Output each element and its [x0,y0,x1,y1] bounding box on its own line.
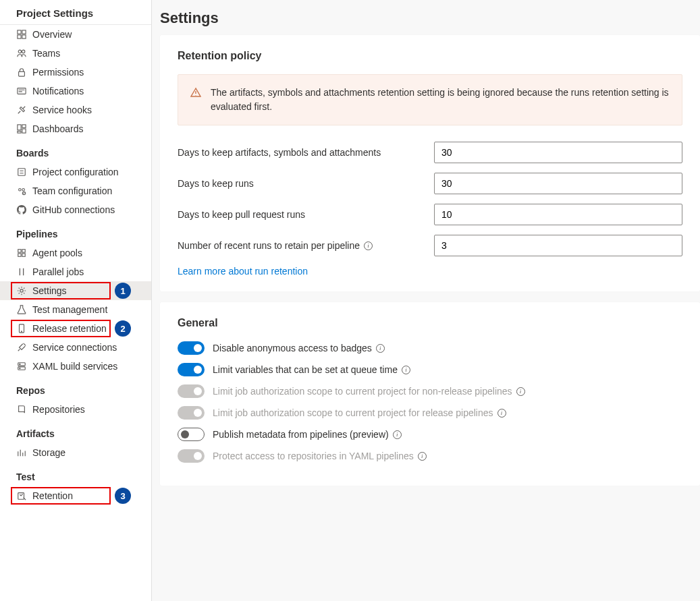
sidebar-item-teams[interactable]: Teams [0,44,151,63]
sidebar-item-team-config[interactable]: Team configuration [0,181,151,200]
toggle-label: Limit job authorization scope to current… [213,407,506,418]
sidebar-item-label: Release retention [32,323,107,334]
info-icon[interactable]: i [393,430,402,439]
sidebar-item-label: Teams [32,48,60,59]
recent-runs-input[interactable] [434,235,682,256]
sidebar-item-label: GitHub connections [32,204,115,215]
retention-card: Retention policy The artifacts, symbols … [160,35,700,291]
dashboard-icon [16,123,27,134]
info-icon[interactable]: i [497,409,506,418]
info-icon[interactable]: i [418,452,427,461]
sidebar-item-test-management[interactable]: Test management [0,300,151,319]
sidebar-item-label: Overview [32,29,72,40]
sidebar-item-notifications[interactable]: Notifications [0,82,151,101]
section-header-pipelines: Pipelines [0,219,151,244]
storage-icon [16,447,27,458]
toggle-label: Disable anonymous access to badges i [213,343,385,353]
sidebar-item-github[interactable]: GitHub connections [0,200,151,219]
svg-rect-9 [22,125,26,127]
sidebar-item-label: Team configuration [32,185,112,196]
toggle-label-text: Limit job authorization scope to current… [213,386,512,397]
toggle-label-text: Publish metadata from pipelines (preview… [213,429,389,440]
sidebar-item-dashboards[interactable]: Dashboards [0,119,151,138]
svg-rect-7 [18,88,26,94]
recent-runs-label-text: Number of recent runs to retain per pipe… [178,240,360,251]
sidebar-item-label: Storage [32,447,65,458]
section-header-artifacts: Artifacts [0,419,151,443]
pr-runs-label: Days to keep pull request runs [178,209,421,220]
toggle-label-text: Protect access to repositories in YAML p… [213,451,414,461]
sidebar-item-permissions[interactable]: Permissions [0,63,151,82]
team-config-icon [16,185,27,196]
toggle-limit-vars[interactable] [178,363,205,376]
lock-icon [16,67,27,78]
github-icon [16,204,27,215]
toggle-protect-repos [178,449,205,463]
svg-rect-6 [19,71,25,76]
svg-rect-0 [18,30,21,34]
sidebar-item-storage[interactable]: Storage [0,443,151,462]
svg-point-4 [18,50,21,53]
retention-title: Retention policy [178,50,682,62]
sidebar-item-label: Service hooks [32,105,92,115]
sidebar-item-parallel-jobs[interactable]: Parallel jobs [0,262,151,281]
sidebar-item-label: Agent pools [32,248,82,258]
sidebar-item-label: Test management [32,304,107,315]
retention-alert: The artifacts, symbols and attachments r… [178,74,682,125]
svg-point-14 [22,189,25,192]
pr-runs-input[interactable] [434,204,682,225]
info-icon[interactable]: i [402,366,410,374]
svg-point-20 [20,289,23,292]
sidebar-item-overview[interactable]: Overview [0,25,151,44]
sidebar-item-project-config[interactable]: Project configuration [0,163,151,181]
svg-point-5 [22,50,24,53]
sidebar-item-service-connections[interactable]: Service connections [0,338,151,357]
overview-icon [16,29,27,40]
svg-point-13 [19,189,22,192]
artifacts-input[interactable] [434,142,682,163]
sidebar-item-label: Notifications [32,86,84,96]
agent-pools-icon [16,248,27,258]
toggle-label: Protect access to repositories in YAML p… [213,451,427,461]
teams-icon [16,48,27,59]
sidebar-item-service-hooks[interactable]: Service hooks [0,101,151,119]
section-header-repos: Repos [0,376,151,400]
toggle-label-text: Limit variables that can be set at queue… [213,364,398,375]
toggle-publish-meta[interactable] [178,428,205,441]
sidebar-item-label: XAML build services [32,361,117,372]
learn-more-link[interactable]: Learn more about run retention [178,266,682,277]
toggle-limit-scope-release [178,406,205,420]
svg-point-25 [20,364,20,364]
runs-label: Days to keep runs [178,178,421,189]
annotation-badge: 1 [115,283,131,299]
toggle-label: Limit variables that can be set at queue… [213,364,410,375]
sidebar-item-retention[interactable]: Retention 3 [0,486,151,505]
svg-rect-12 [18,169,26,176]
parallel-icon [16,266,27,277]
sidebar-item-settings[interactable]: Settings 1 [0,281,151,300]
server-icon [16,361,27,372]
toggle-label: Limit job authorization scope to current… [213,386,525,397]
notifications-icon [16,86,27,96]
svg-rect-3 [22,35,26,38]
runs-input[interactable] [434,173,682,194]
annotation-badge: 3 [115,488,131,504]
info-icon[interactable]: i [516,387,525,396]
info-icon[interactable]: i [364,241,373,250]
sidebar-item-agent-pools[interactable]: Agent pools [0,244,151,262]
sidebar-item-label: Dashboards [32,123,84,134]
svg-rect-18 [18,254,21,256]
toggle-anon-badges[interactable] [178,341,205,355]
retention-icon [16,490,27,501]
sidebar-item-repositories[interactable]: Repositories [0,400,151,419]
sidebar-item-xaml[interactable]: XAML build services [0,357,151,376]
general-card: General Disable anonymous access to badg… [160,302,700,486]
section-header-test: Test [0,462,151,486]
plug-icon [16,342,27,353]
warning-icon [190,87,201,98]
sidebar-item-release-retention[interactable]: Release retention 2 [0,319,151,338]
svg-rect-10 [22,129,26,133]
info-icon[interactable]: i [376,344,385,353]
hook-icon [16,105,27,115]
svg-rect-1 [22,30,26,34]
